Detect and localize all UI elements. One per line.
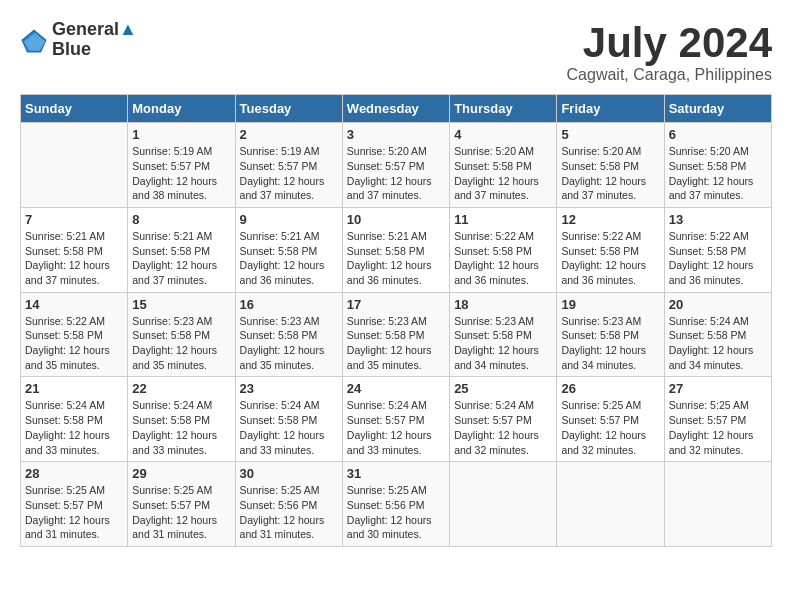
day-info: Sunrise: 5:21 AM Sunset: 5:58 PM Dayligh… <box>240 229 338 288</box>
calendar-cell: 17Sunrise: 5:23 AM Sunset: 5:58 PM Dayli… <box>342 292 449 377</box>
day-number: 11 <box>454 212 552 227</box>
day-info: Sunrise: 5:23 AM Sunset: 5:58 PM Dayligh… <box>454 314 552 373</box>
week-row-4: 21Sunrise: 5:24 AM Sunset: 5:58 PM Dayli… <box>21 377 772 462</box>
calendar-cell: 24Sunrise: 5:24 AM Sunset: 5:57 PM Dayli… <box>342 377 449 462</box>
calendar-table: SundayMondayTuesdayWednesdayThursdayFrid… <box>20 94 772 547</box>
day-info: Sunrise: 5:20 AM Sunset: 5:58 PM Dayligh… <box>669 144 767 203</box>
calendar-cell: 22Sunrise: 5:24 AM Sunset: 5:58 PM Dayli… <box>128 377 235 462</box>
calendar-header: SundayMondayTuesdayWednesdayThursdayFrid… <box>21 95 772 123</box>
day-info: Sunrise: 5:25 AM Sunset: 5:56 PM Dayligh… <box>347 483 445 542</box>
calendar-cell: 10Sunrise: 5:21 AM Sunset: 5:58 PM Dayli… <box>342 207 449 292</box>
header-day-monday: Monday <box>128 95 235 123</box>
logo-icon <box>20 26 48 54</box>
calendar-body: 1Sunrise: 5:19 AM Sunset: 5:57 PM Daylig… <box>21 123 772 547</box>
calendar-cell: 26Sunrise: 5:25 AM Sunset: 5:57 PM Dayli… <box>557 377 664 462</box>
day-info: Sunrise: 5:19 AM Sunset: 5:57 PM Dayligh… <box>240 144 338 203</box>
day-number: 10 <box>347 212 445 227</box>
calendar-cell: 23Sunrise: 5:24 AM Sunset: 5:58 PM Dayli… <box>235 377 342 462</box>
day-info: Sunrise: 5:24 AM Sunset: 5:57 PM Dayligh… <box>347 398 445 457</box>
day-info: Sunrise: 5:21 AM Sunset: 5:58 PM Dayligh… <box>132 229 230 288</box>
calendar-cell: 3Sunrise: 5:20 AM Sunset: 5:57 PM Daylig… <box>342 123 449 208</box>
day-number: 16 <box>240 297 338 312</box>
day-number: 24 <box>347 381 445 396</box>
day-info: Sunrise: 5:25 AM Sunset: 5:57 PM Dayligh… <box>669 398 767 457</box>
day-info: Sunrise: 5:23 AM Sunset: 5:58 PM Dayligh… <box>561 314 659 373</box>
day-number: 28 <box>25 466 123 481</box>
day-info: Sunrise: 5:21 AM Sunset: 5:58 PM Dayligh… <box>25 229 123 288</box>
day-info: Sunrise: 5:22 AM Sunset: 5:58 PM Dayligh… <box>25 314 123 373</box>
day-number: 23 <box>240 381 338 396</box>
day-info: Sunrise: 5:25 AM Sunset: 5:57 PM Dayligh… <box>132 483 230 542</box>
calendar-cell <box>21 123 128 208</box>
day-number: 21 <box>25 381 123 396</box>
day-number: 2 <box>240 127 338 142</box>
day-info: Sunrise: 5:24 AM Sunset: 5:58 PM Dayligh… <box>132 398 230 457</box>
calendar-cell: 6Sunrise: 5:20 AM Sunset: 5:58 PM Daylig… <box>664 123 771 208</box>
day-number: 19 <box>561 297 659 312</box>
week-row-2: 7Sunrise: 5:21 AM Sunset: 5:58 PM Daylig… <box>21 207 772 292</box>
day-info: Sunrise: 5:20 AM Sunset: 5:58 PM Dayligh… <box>454 144 552 203</box>
day-number: 14 <box>25 297 123 312</box>
calendar-cell: 9Sunrise: 5:21 AM Sunset: 5:58 PM Daylig… <box>235 207 342 292</box>
day-number: 30 <box>240 466 338 481</box>
day-number: 9 <box>240 212 338 227</box>
calendar-cell: 31Sunrise: 5:25 AM Sunset: 5:56 PM Dayli… <box>342 462 449 547</box>
logo-text: General▲ Blue <box>52 20 137 60</box>
day-info: Sunrise: 5:20 AM Sunset: 5:57 PM Dayligh… <box>347 144 445 203</box>
day-info: Sunrise: 5:24 AM Sunset: 5:58 PM Dayligh… <box>669 314 767 373</box>
day-number: 4 <box>454 127 552 142</box>
day-info: Sunrise: 5:22 AM Sunset: 5:58 PM Dayligh… <box>669 229 767 288</box>
day-info: Sunrise: 5:25 AM Sunset: 5:57 PM Dayligh… <box>561 398 659 457</box>
day-number: 12 <box>561 212 659 227</box>
day-info: Sunrise: 5:22 AM Sunset: 5:58 PM Dayligh… <box>561 229 659 288</box>
calendar-cell: 13Sunrise: 5:22 AM Sunset: 5:58 PM Dayli… <box>664 207 771 292</box>
calendar-cell: 18Sunrise: 5:23 AM Sunset: 5:58 PM Dayli… <box>450 292 557 377</box>
calendar-cell <box>450 462 557 547</box>
title-block: July 2024 Cagwait, Caraga, Philippines <box>567 20 772 84</box>
header-day-wednesday: Wednesday <box>342 95 449 123</box>
calendar-cell: 16Sunrise: 5:23 AM Sunset: 5:58 PM Dayli… <box>235 292 342 377</box>
day-info: Sunrise: 5:25 AM Sunset: 5:56 PM Dayligh… <box>240 483 338 542</box>
day-info: Sunrise: 5:19 AM Sunset: 5:57 PM Dayligh… <box>132 144 230 203</box>
calendar-cell <box>557 462 664 547</box>
calendar-cell: 25Sunrise: 5:24 AM Sunset: 5:57 PM Dayli… <box>450 377 557 462</box>
day-info: Sunrise: 5:25 AM Sunset: 5:57 PM Dayligh… <box>25 483 123 542</box>
calendar-cell: 1Sunrise: 5:19 AM Sunset: 5:57 PM Daylig… <box>128 123 235 208</box>
day-info: Sunrise: 5:23 AM Sunset: 5:58 PM Dayligh… <box>347 314 445 373</box>
calendar-cell: 12Sunrise: 5:22 AM Sunset: 5:58 PM Dayli… <box>557 207 664 292</box>
main-title: July 2024 <box>567 20 772 66</box>
header-day-saturday: Saturday <box>664 95 771 123</box>
day-number: 20 <box>669 297 767 312</box>
calendar-cell: 4Sunrise: 5:20 AM Sunset: 5:58 PM Daylig… <box>450 123 557 208</box>
day-number: 26 <box>561 381 659 396</box>
calendar-cell: 29Sunrise: 5:25 AM Sunset: 5:57 PM Dayli… <box>128 462 235 547</box>
day-info: Sunrise: 5:20 AM Sunset: 5:58 PM Dayligh… <box>561 144 659 203</box>
day-number: 1 <box>132 127 230 142</box>
calendar-cell: 19Sunrise: 5:23 AM Sunset: 5:58 PM Dayli… <box>557 292 664 377</box>
day-info: Sunrise: 5:24 AM Sunset: 5:57 PM Dayligh… <box>454 398 552 457</box>
day-number: 7 <box>25 212 123 227</box>
day-number: 8 <box>132 212 230 227</box>
header: General▲ Blue July 2024 Cagwait, Caraga,… <box>20 20 772 84</box>
day-number: 18 <box>454 297 552 312</box>
logo: General▲ Blue <box>20 20 137 60</box>
header-day-tuesday: Tuesday <box>235 95 342 123</box>
calendar-cell: 8Sunrise: 5:21 AM Sunset: 5:58 PM Daylig… <box>128 207 235 292</box>
day-number: 31 <box>347 466 445 481</box>
calendar-cell: 14Sunrise: 5:22 AM Sunset: 5:58 PM Dayli… <box>21 292 128 377</box>
subtitle: Cagwait, Caraga, Philippines <box>567 66 772 84</box>
day-number: 5 <box>561 127 659 142</box>
day-number: 13 <box>669 212 767 227</box>
calendar-cell: 7Sunrise: 5:21 AM Sunset: 5:58 PM Daylig… <box>21 207 128 292</box>
calendar-cell: 27Sunrise: 5:25 AM Sunset: 5:57 PM Dayli… <box>664 377 771 462</box>
day-info: Sunrise: 5:22 AM Sunset: 5:58 PM Dayligh… <box>454 229 552 288</box>
week-row-1: 1Sunrise: 5:19 AM Sunset: 5:57 PM Daylig… <box>21 123 772 208</box>
header-day-thursday: Thursday <box>450 95 557 123</box>
week-row-5: 28Sunrise: 5:25 AM Sunset: 5:57 PM Dayli… <box>21 462 772 547</box>
day-info: Sunrise: 5:23 AM Sunset: 5:58 PM Dayligh… <box>240 314 338 373</box>
day-number: 3 <box>347 127 445 142</box>
day-number: 6 <box>669 127 767 142</box>
day-number: 22 <box>132 381 230 396</box>
calendar-cell <box>664 462 771 547</box>
calendar-cell: 20Sunrise: 5:24 AM Sunset: 5:58 PM Dayli… <box>664 292 771 377</box>
